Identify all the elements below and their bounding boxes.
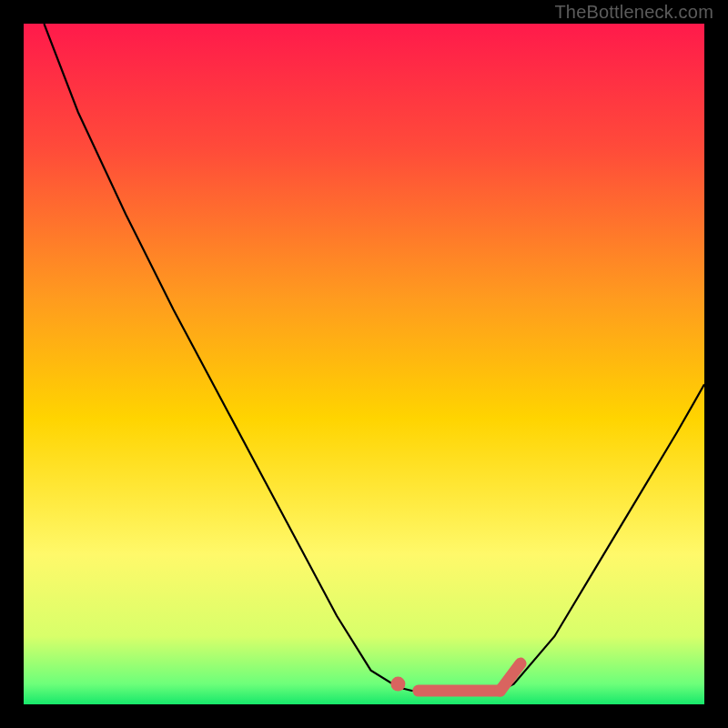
plot-svg — [24, 24, 704, 704]
highlight-marker-dot — [390, 677, 405, 692]
gradient-plot — [24, 24, 704, 704]
chart-frame: TheBottleneck.com — [0, 0, 728, 728]
watermark-text: TheBottleneck.com — [554, 2, 713, 23]
gradient-background — [24, 24, 704, 704]
